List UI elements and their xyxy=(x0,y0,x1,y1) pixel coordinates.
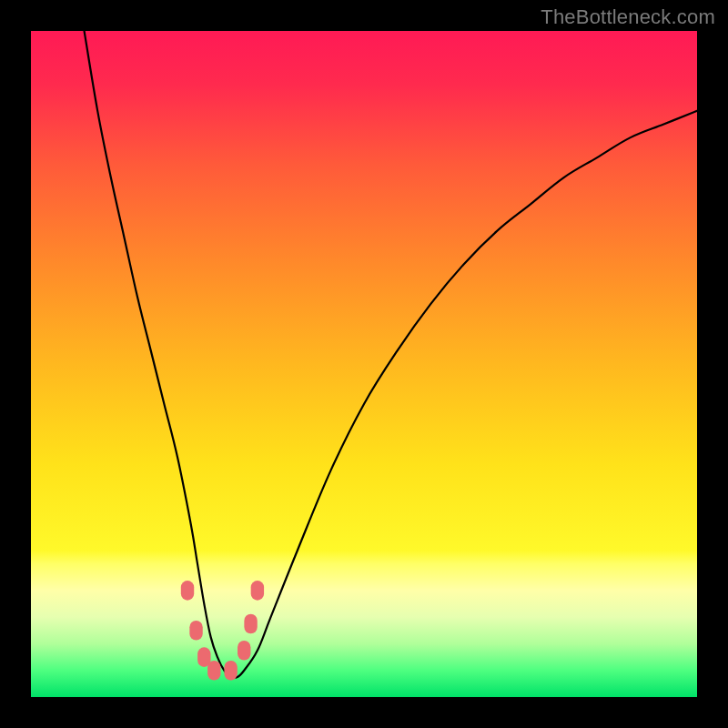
chart-frame: TheBottleneck.com xyxy=(0,0,728,728)
chart-svg xyxy=(31,31,697,697)
svg-rect-0 xyxy=(31,31,697,697)
svg-rect-7 xyxy=(244,614,257,634)
svg-rect-8 xyxy=(251,581,264,601)
svg-rect-5 xyxy=(224,661,237,681)
svg-rect-4 xyxy=(207,661,220,681)
svg-rect-6 xyxy=(238,641,250,661)
svg-rect-2 xyxy=(189,621,202,641)
watermark-text: TheBottleneck.com xyxy=(541,5,715,29)
plot-area xyxy=(31,31,697,697)
svg-rect-1 xyxy=(181,581,194,601)
